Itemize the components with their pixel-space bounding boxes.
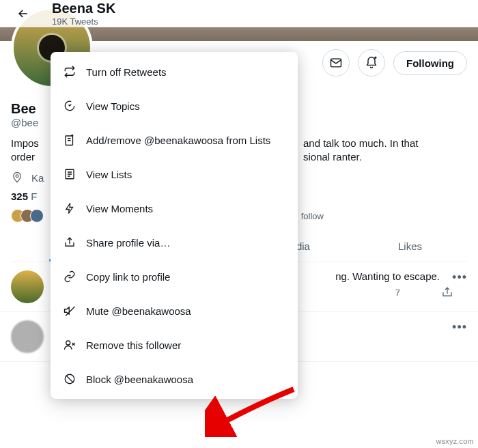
menu-label: Block @beenakawoosa: [86, 374, 193, 385]
header-bar: Beena SK 19K Tweets: [0, 0, 478, 27]
svg-point-4: [66, 341, 70, 345]
menu-turn-off-retweets[interactable]: Turn off Retweets: [51, 55, 298, 89]
menu-view-lists[interactable]: View Lists: [51, 157, 298, 191]
menu-add-remove-lists[interactable]: Add/remove @beenakawoosa from Lists: [51, 123, 298, 157]
menu-label: Mute @beenakawoosa: [86, 305, 191, 317]
menu-label: View Moments: [86, 203, 153, 214]
message-button[interactable]: [322, 49, 350, 76]
menu-label: Remove this follower: [86, 339, 181, 351]
retweet-icon: [63, 66, 76, 78]
watermark: wsxyz.com: [436, 437, 474, 445]
menu-view-topics[interactable]: View Topics: [51, 89, 298, 123]
notify-button[interactable]: [358, 49, 385, 76]
moments-icon: [63, 202, 76, 214]
user-remove-icon: [63, 339, 76, 351]
menu-label: View Lists: [86, 169, 132, 180]
location-text: Ka: [31, 172, 44, 184]
followed-suffix: follow: [301, 211, 467, 221]
menu-block[interactable]: Block @beenakawoosa: [51, 362, 298, 396]
share-icon: [63, 236, 76, 249]
mini-avatar: [30, 209, 44, 223]
following-button[interactable]: Following: [393, 51, 467, 75]
retweet-count[interactable]: 7: [395, 288, 400, 298]
tweet-more-button[interactable]: •••: [452, 320, 467, 335]
tweet-more-button[interactable]: •••: [452, 270, 467, 285]
envelope-icon: [329, 56, 343, 70]
menu-share-profile[interactable]: Share profile via…: [51, 225, 298, 260]
tab-likes[interactable]: Likes: [353, 231, 467, 262]
mute-icon: [63, 305, 76, 317]
following-label: F: [31, 191, 37, 202]
profile-name-header: Beena SK: [52, 1, 115, 16]
following-count: 325: [11, 191, 28, 202]
svg-point-1: [16, 175, 18, 178]
header-titles: Beena SK 19K Tweets: [52, 1, 115, 27]
menu-view-moments[interactable]: View Moments: [51, 191, 298, 225]
bio-right: and talk too much. In that sional ranter…: [303, 137, 467, 163]
menu-label: Share profile via…: [86, 237, 170, 249]
list-add-icon: [63, 134, 76, 146]
menu-label: Copy link to profile: [86, 271, 170, 283]
tweet-avatar[interactable]: [11, 270, 44, 303]
mini-avatars: [11, 209, 44, 223]
link-icon: [63, 270, 76, 283]
tweet-count: 19K Tweets: [52, 16, 115, 27]
bio-left: Impos order: [11, 137, 39, 163]
tweet-avatar[interactable]: [11, 320, 44, 353]
menu-label: Turn off Retweets: [86, 66, 167, 78]
share-icon[interactable]: [441, 286, 453, 298]
bell-plus-icon: [365, 56, 378, 70]
back-button[interactable]: [11, 1, 36, 26]
menu-label: Add/remove @beenakawoosa from Lists: [86, 135, 270, 146]
menu-mute[interactable]: Mute @beenakawoosa: [51, 294, 298, 328]
block-icon: [63, 373, 76, 385]
profile-more-menu: Turn off Retweets View Topics Add/remove…: [51, 52, 298, 399]
menu-label: View Topics: [86, 100, 140, 112]
menu-remove-follower[interactable]: Remove this follower: [51, 328, 298, 362]
arrow-left-icon: [16, 7, 30, 20]
location-icon: [11, 171, 23, 184]
list-icon: [63, 168, 76, 180]
menu-copy-link[interactable]: Copy link to profile: [51, 260, 298, 294]
topics-icon: [63, 100, 76, 112]
